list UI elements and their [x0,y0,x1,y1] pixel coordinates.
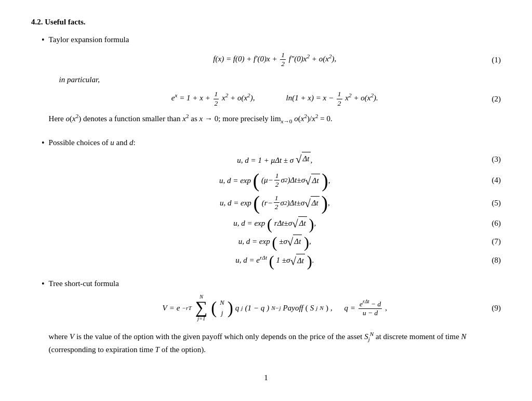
eq-number-4: (4) [492,174,501,186]
bullet-taylor: • Taylor expansion formula f(x) = f(0) +… [42,33,501,132]
page-number: 1 [31,371,501,384]
eq9-formula: V = e−rT N ∑ j=1 ( N j ) qj(1 − q)N−j Pa… [163,294,388,322]
equation-9: V = e−rT N ∑ j=1 ( N j ) qj(1 − q)N−j Pa… [49,294,501,322]
bullet-ud: • Possible choices of u and d: u, d = 1 … [42,136,501,272]
bullet-dot-2: • [42,137,45,149]
eq5-formula: u, d = exp ( (r − 1 2 σ2)Δt ± σ √ Δt [220,194,330,211]
bullet-content-taylor: Taylor expansion formula f(x) = f(0) + f… [49,33,501,132]
eq3-formula: u, d = 1 + μΔt ± σ √ Δt , [237,152,312,166]
bullet-dot-1: • [42,34,45,46]
eq7-formula: u, d = exp ( ±σ √ Δt ), [238,235,311,248]
bullet-content-ud: Possible choices of u and d: u, d = 1 + … [49,136,501,272]
equation-5: u, d = exp ( (r − 1 2 σ2)Δt ± σ √ Δt [49,194,501,211]
eq4-formula: u, d = exp ( (μ − 1 2 σ2)Δt ± σ √ Δt [219,172,330,189]
bullet-content-tree: Tree short-cut formula V = e−rT N ∑ j=1 … [49,277,501,356]
bullet-tree: • Tree short-cut formula V = e−rT N ∑ j=… [42,277,501,356]
eq-number-9: (9) [492,302,501,314]
eq-number-5: (5) [492,197,501,209]
eq-number-2: (2) [492,93,501,105]
eq2b-formula: ln(1 + x) = x − 1 2 x2 + o(x2). [286,90,378,107]
in-particular-text: in particular, [59,73,501,86]
eq2a-formula: ex = 1 + x + 1 2 x2 + o(x2), [171,90,255,107]
equation-2: ex = 1 + x + 1 2 x2 + o(x2), ln(1 + x) =… [49,90,501,107]
eq-number-7: (7) [492,235,501,248]
section-heading: 4.2. Useful facts. [31,16,501,28]
equation-6: u, d = exp ( rΔt ± σ √ Δt ), (6) [49,216,501,229]
equation-4: u, d = exp ( (μ − 1 2 σ2)Δt ± σ √ Δt [49,172,501,189]
taylor-label: Taylor expansion formula [49,35,129,44]
note-text: Here o(x2) denotes a function smaller th… [49,112,501,126]
eq8-formula: u, d = erΔt ( 1 ± σ √ Δt ). [235,253,314,267]
eq1-formula: f(x) = f(0) + f′(0)x + 1 2 f″(0)x2 + o(x… [213,51,336,68]
ud-label: Possible choices of u and d: [49,138,136,147]
equation-1: f(x) = f(0) + f′(0)x + 1 2 f″(0)x2 + o(x… [49,51,501,68]
footer-note: where V is the value of the option with … [49,330,501,356]
equation-7: u, d = exp ( ±σ √ Δt ), (7) [49,235,501,248]
eq-number-8: (8) [492,254,501,266]
bullet-dot-3: • [42,278,45,290]
equation-3: u, d = 1 + μΔt ± σ √ Δt , (3) [49,152,501,166]
eq-number-3: (3) [492,153,501,165]
equation-8: u, d = erΔt ( 1 ± σ √ Δt ). (8) [49,253,501,267]
eq-number-6: (6) [492,217,501,229]
eq6-formula: u, d = exp ( rΔt ± σ √ Δt ), [233,216,316,229]
eq-number-1: (1) [492,54,501,66]
page-content: 4.2. Useful facts. • Taylor expansion fo… [31,16,501,384]
tree-label: Tree short-cut formula [49,279,119,288]
